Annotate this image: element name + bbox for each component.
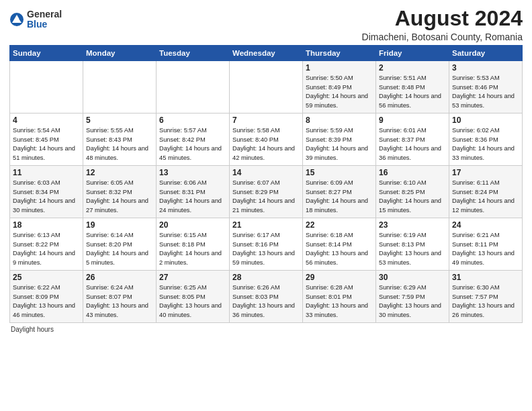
day-number: 5 — [86, 116, 153, 125]
day-info: Sunrise: 6:10 AMSunset: 8:25 PMDaylight:… — [379, 179, 446, 215]
day-number: 20 — [159, 220, 226, 230]
cell-w5-d1: 26Sunrise: 6:24 AMSunset: 8:07 PMDayligh… — [83, 271, 157, 323]
cell-w2-d1: 5Sunrise: 5:55 AMSunset: 8:43 PMDaylight… — [83, 113, 157, 166]
week-row-5: 25Sunrise: 6:22 AMSunset: 8:09 PMDayligh… — [10, 271, 523, 323]
cell-w3-d2: 13Sunrise: 6:06 AMSunset: 8:31 PMDayligh… — [157, 166, 230, 218]
day-number: 1 — [306, 63, 373, 73]
cell-w5-d2: 27Sunrise: 6:25 AMSunset: 8:05 PMDayligh… — [157, 271, 230, 323]
day-number: 22 — [306, 220, 373, 230]
day-info: Sunrise: 5:54 AMSunset: 8:45 PMDaylight:… — [13, 126, 80, 163]
day-info: Sunrise: 5:53 AMSunset: 8:46 PMDaylight:… — [452, 74, 519, 110]
day-number: 28 — [232, 273, 300, 282]
cell-w3-d3: 14Sunrise: 6:07 AMSunset: 8:29 PMDayligh… — [230, 166, 303, 218]
day-info: Sunrise: 6:28 AMSunset: 8:01 PMDaylight:… — [306, 283, 373, 320]
day-number: 26 — [86, 273, 153, 282]
cell-w3-d0: 11Sunrise: 6:03 AMSunset: 8:34 PMDayligh… — [10, 166, 83, 218]
main-container: General Blue August 2024 Dimacheni, Boto… — [0, 0, 532, 337]
cell-w5-d0: 25Sunrise: 6:22 AMSunset: 8:09 PMDayligh… — [10, 271, 83, 323]
day-number: 27 — [159, 273, 226, 282]
day-number: 6 — [159, 116, 226, 125]
cell-w4-d2: 20Sunrise: 6:15 AMSunset: 8:18 PMDayligh… — [157, 218, 230, 271]
day-number: 18 — [13, 220, 80, 230]
day-info: Sunrise: 6:26 AMSunset: 8:03 PMDaylight:… — [232, 283, 300, 320]
day-info: Sunrise: 5:51 AMSunset: 8:48 PMDaylight:… — [379, 74, 446, 110]
day-info: Sunrise: 6:15 AMSunset: 8:18 PMDaylight:… — [159, 231, 226, 267]
day-number: 10 — [452, 116, 519, 125]
day-info: Sunrise: 6:13 AMSunset: 8:22 PMDaylight:… — [13, 231, 80, 267]
logo-blue: Blue — [27, 19, 62, 30]
day-info: Sunrise: 6:19 AMSunset: 8:13 PMDaylight:… — [379, 231, 446, 267]
day-info: Sunrise: 5:55 AMSunset: 8:43 PMDaylight:… — [86, 126, 153, 163]
day-number: 15 — [306, 168, 373, 177]
cell-w4-d4: 22Sunrise: 6:18 AMSunset: 8:14 PMDayligh… — [303, 218, 376, 271]
day-number: 4 — [13, 116, 80, 125]
week-row-1: 1Sunrise: 5:50 AMSunset: 8:49 PMDaylight… — [10, 61, 523, 113]
day-info: Sunrise: 6:17 AMSunset: 8:16 PMDaylight:… — [232, 231, 300, 267]
cell-w2-d5: 9Sunrise: 6:01 AMSunset: 8:37 PMDaylight… — [376, 113, 449, 166]
main-title: August 2024 — [362, 7, 523, 30]
day-number: 23 — [379, 220, 446, 230]
day-info: Sunrise: 6:24 AMSunset: 8:07 PMDaylight:… — [86, 283, 153, 320]
cell-w2-d6: 10Sunrise: 6:02 AMSunset: 8:36 PMDayligh… — [449, 113, 523, 166]
day-info: Sunrise: 5:58 AMSunset: 8:40 PMDaylight:… — [232, 126, 300, 163]
day-number: 19 — [86, 220, 153, 230]
cell-w4-d6: 24Sunrise: 6:21 AMSunset: 8:11 PMDayligh… — [449, 218, 523, 271]
day-info: Sunrise: 6:09 AMSunset: 8:27 PMDaylight:… — [306, 179, 373, 215]
logo-text: General Blue — [27, 9, 62, 30]
col-friday: Friday — [376, 46, 449, 61]
day-info: Sunrise: 6:07 AMSunset: 8:29 PMDaylight:… — [232, 179, 300, 215]
cell-w2-d0: 4Sunrise: 5:54 AMSunset: 8:45 PMDaylight… — [10, 113, 83, 166]
day-number: 25 — [13, 273, 80, 282]
day-info: Sunrise: 6:22 AMSunset: 8:09 PMDaylight:… — [13, 283, 80, 320]
day-number: 11 — [13, 168, 80, 177]
logo: General Blue — [9, 9, 62, 30]
col-tuesday: Tuesday — [157, 46, 230, 61]
day-number: 3 — [452, 63, 519, 73]
cell-w1-d1 — [83, 61, 157, 113]
week-row-2: 4Sunrise: 5:54 AMSunset: 8:45 PMDaylight… — [10, 113, 523, 166]
cell-w4-d1: 19Sunrise: 6:14 AMSunset: 8:20 PMDayligh… — [83, 218, 157, 271]
cell-w1-d2 — [157, 61, 230, 113]
day-info: Sunrise: 5:50 AMSunset: 8:49 PMDaylight:… — [306, 74, 373, 110]
cell-w4-d5: 23Sunrise: 6:19 AMSunset: 8:13 PMDayligh… — [376, 218, 449, 271]
day-number: 8 — [306, 116, 373, 125]
cell-w1-d4: 1Sunrise: 5:50 AMSunset: 8:49 PMDaylight… — [303, 61, 376, 113]
day-number: 17 — [452, 168, 519, 177]
day-info: Sunrise: 6:11 AMSunset: 8:24 PMDaylight:… — [452, 179, 519, 215]
cell-w3-d6: 17Sunrise: 6:11 AMSunset: 8:24 PMDayligh… — [449, 166, 523, 218]
day-number: 9 — [379, 116, 446, 125]
calendar-table: Sunday Monday Tuesday Wednesday Thursday… — [9, 45, 523, 323]
logo-icon — [9, 12, 24, 27]
cell-w2-d3: 7Sunrise: 5:58 AMSunset: 8:40 PMDaylight… — [230, 113, 303, 166]
day-number: 30 — [379, 273, 446, 282]
col-wednesday: Wednesday — [230, 46, 303, 61]
day-number: 16 — [379, 168, 446, 177]
cell-w2-d2: 6Sunrise: 5:57 AMSunset: 8:42 PMDaylight… — [157, 113, 230, 166]
day-info: Sunrise: 6:25 AMSunset: 8:05 PMDaylight:… — [159, 283, 226, 320]
cell-w1-d5: 2Sunrise: 5:51 AMSunset: 8:48 PMDaylight… — [376, 61, 449, 113]
day-info: Sunrise: 6:29 AMSunset: 7:59 PMDaylight:… — [379, 283, 446, 320]
day-number: 7 — [232, 116, 300, 125]
cell-w1-d3 — [230, 61, 303, 113]
week-row-4: 18Sunrise: 6:13 AMSunset: 8:22 PMDayligh… — [10, 218, 523, 271]
day-info: Sunrise: 6:03 AMSunset: 8:34 PMDaylight:… — [13, 179, 80, 215]
cell-w5-d3: 28Sunrise: 6:26 AMSunset: 8:03 PMDayligh… — [230, 271, 303, 323]
day-info: Sunrise: 6:01 AMSunset: 8:37 PMDaylight:… — [379, 126, 446, 163]
logo-general: General — [27, 9, 62, 19]
col-saturday: Saturday — [449, 46, 523, 61]
day-number: 24 — [452, 220, 519, 230]
day-number: 2 — [379, 63, 446, 73]
col-monday: Monday — [83, 46, 157, 61]
cell-w4-d3: 21Sunrise: 6:17 AMSunset: 8:16 PMDayligh… — [230, 218, 303, 271]
header-row: Sunday Monday Tuesday Wednesday Thursday… — [10, 46, 523, 61]
cell-w2-d4: 8Sunrise: 5:59 AMSunset: 8:39 PMDaylight… — [303, 113, 376, 166]
day-info: Sunrise: 6:30 AMSunset: 7:57 PMDaylight:… — [452, 283, 519, 320]
cell-w5-d4: 29Sunrise: 6:28 AMSunset: 8:01 PMDayligh… — [303, 271, 376, 323]
cell-w5-d6: 31Sunrise: 6:30 AMSunset: 7:57 PMDayligh… — [449, 271, 523, 323]
day-number: 21 — [232, 220, 300, 230]
day-info: Sunrise: 6:06 AMSunset: 8:31 PMDaylight:… — [159, 179, 226, 215]
day-number: 12 — [86, 168, 153, 177]
day-number: 31 — [452, 273, 519, 282]
cell-w3-d5: 16Sunrise: 6:10 AMSunset: 8:25 PMDayligh… — [376, 166, 449, 218]
day-info: Sunrise: 6:05 AMSunset: 8:32 PMDaylight:… — [86, 179, 153, 215]
